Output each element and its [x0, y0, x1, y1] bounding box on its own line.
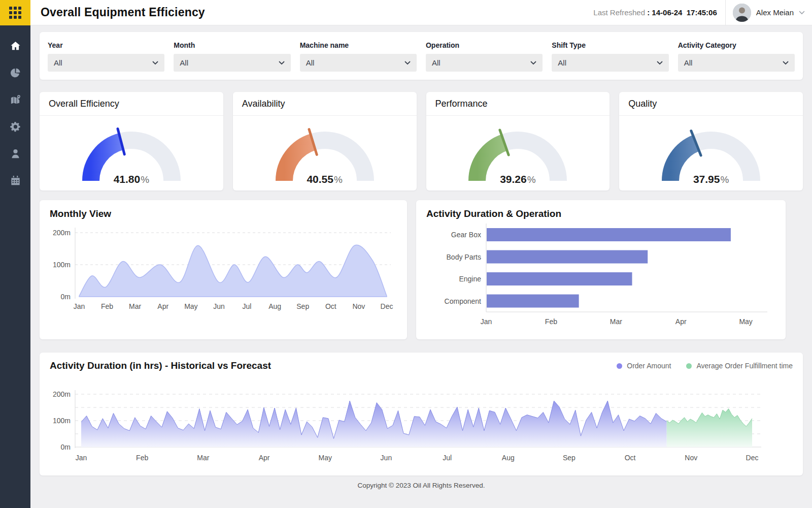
chevron-down-icon: [404, 61, 411, 65]
svg-text:0m: 0m: [61, 293, 71, 301]
legend-item-avg-fulfillment[interactable]: Average Order Fulfillment time: [686, 362, 793, 370]
svg-text:Dec: Dec: [746, 454, 759, 462]
svg-text:100m: 100m: [53, 417, 71, 425]
sidebar-item-schedule[interactable]: [0, 167, 30, 194]
filter-shift-type: Shift Type All: [552, 41, 668, 72]
legend-dot: [686, 363, 692, 369]
svg-text:Feb: Feb: [545, 318, 557, 326]
chevron-down-icon: [657, 61, 663, 65]
filter-label: Month: [174, 41, 290, 49]
user-icon: [10, 148, 21, 160]
historical-forecast-card: Activity Duration (in hrs) - Historical …: [40, 353, 803, 475]
chevron-down-icon: [152, 61, 158, 65]
avatar[interactable]: [733, 4, 751, 22]
svg-text:100m: 100m: [53, 261, 71, 269]
last-refreshed-label: Last Refreshed: [593, 8, 647, 17]
svg-text:Jul: Jul: [243, 302, 252, 310]
sidebar-item-home[interactable]: [0, 33, 30, 59]
svg-text:Engine: Engine: [459, 275, 481, 283]
kpi-card-availability: Availability 40.55%: [233, 92, 417, 190]
legend-item-order-amount[interactable]: Order Amount: [617, 362, 671, 370]
year-select[interactable]: All: [48, 54, 164, 72]
machine-name-select[interactable]: All: [300, 54, 417, 72]
svg-text:Feb: Feb: [101, 302, 113, 310]
svg-text:Nov: Nov: [352, 302, 365, 310]
filter-label: Machine name: [300, 41, 417, 49]
svg-text:Jan: Jan: [76, 454, 87, 462]
svg-text:Jun: Jun: [213, 302, 225, 310]
monthly-view-card: Monthly View 0m100m200mJanFebMarAprMayJu…: [40, 200, 407, 339]
sidebar: [0, 0, 30, 508]
svg-text:Aug: Aug: [268, 302, 281, 310]
svg-text:Oct: Oct: [325, 302, 336, 310]
filter-label: Activity Category: [678, 41, 795, 49]
kpi-card-quality: Quality 37.95%: [619, 92, 803, 190]
svg-text:Sep: Sep: [296, 302, 309, 310]
page-title: Overall Equipment Efficiency: [41, 6, 205, 19]
grid-menu-icon: [9, 7, 21, 19]
kpi-title: Availability: [233, 92, 417, 116]
dashboard-content: Year All Month All Machine name: [30, 25, 812, 508]
topbar: Overall Equipment Efficiency Last Refres…: [30, 0, 812, 25]
svg-text:Jan: Jan: [481, 318, 492, 326]
chevron-down-icon: [783, 61, 789, 65]
month-select[interactable]: All: [174, 54, 290, 72]
chevron-down-icon: [530, 61, 536, 65]
svg-text:Body Parts: Body Parts: [447, 253, 481, 261]
gear-icon: [10, 121, 21, 133]
chart-title: Monthly View: [50, 208, 397, 219]
svg-text:May: May: [319, 454, 332, 462]
svg-text:Apr: Apr: [157, 302, 168, 310]
sidebar-item-map[interactable]: [0, 86, 30, 113]
svg-text:Jan: Jan: [74, 302, 85, 310]
pie-chart-icon: [10, 67, 21, 79]
filter-label: Year: [48, 41, 164, 49]
svg-text:May: May: [184, 302, 197, 310]
chevron-down-icon[interactable]: [799, 11, 805, 15]
filter-year: Year All: [48, 41, 164, 72]
app-logo[interactable]: [0, 0, 30, 25]
svg-text:Component: Component: [445, 297, 481, 305]
kpi-value: 37.95%: [653, 173, 769, 185]
sidebar-item-users[interactable]: [0, 140, 30, 167]
svg-text:Sep: Sep: [563, 454, 576, 462]
svg-text:200m: 200m: [53, 229, 71, 237]
kpi-title: Quality: [619, 92, 803, 116]
kpi-card-overall-efficiency: Overall Efficiency 41.80%: [40, 92, 223, 190]
kpi-title: Overall Efficiency: [40, 92, 223, 116]
avatar-photo: [733, 4, 751, 22]
kpi-title: Performance: [426, 92, 610, 116]
chart-title: Activity Duration & Operation: [426, 208, 775, 219]
monthly-view-chart: 0m100m200mJanFebMarAprMayJunJulAugSepOct…: [50, 219, 397, 329]
svg-text:Dec: Dec: [381, 302, 393, 310]
svg-text:Nov: Nov: [685, 454, 697, 462]
filter-machine-name: Machine name All: [300, 41, 417, 72]
operation-select[interactable]: All: [426, 54, 543, 72]
svg-text:May: May: [739, 318, 752, 326]
activity-operation-card: Activity Duration & Operation JanFebMarA…: [416, 200, 786, 339]
home-icon: [10, 40, 21, 52]
svg-text:Mar: Mar: [129, 302, 141, 310]
charts-row: Monthly View 0m100m200mJanFebMarAprMayJu…: [40, 200, 803, 339]
filter-label: Shift Type: [552, 41, 668, 49]
kpi-value: 41.80%: [73, 173, 190, 185]
sidebar-item-settings[interactable]: [0, 113, 30, 140]
activity-operation-chart: JanFebMarAprMayGear BoxBody PartsEngineC…: [426, 219, 775, 329]
filter-operation: Operation All: [426, 41, 543, 72]
svg-text:Oct: Oct: [625, 454, 636, 462]
filter-activity-category: Activity Category All: [678, 41, 795, 72]
svg-text:Mar: Mar: [610, 318, 622, 326]
svg-text:Apr: Apr: [259, 454, 270, 462]
legend-dot: [617, 363, 622, 369]
shift-type-select[interactable]: All: [552, 54, 668, 72]
sidebar-item-analytics[interactable]: [0, 59, 30, 86]
sidebar-nav: [0, 25, 30, 194]
svg-text:Feb: Feb: [136, 454, 148, 462]
svg-text:Aug: Aug: [502, 454, 515, 462]
activity-category-select[interactable]: All: [678, 54, 795, 72]
svg-text:Jul: Jul: [443, 454, 452, 462]
svg-text:Gear Box: Gear Box: [451, 231, 481, 239]
filter-month: Month All: [174, 41, 290, 72]
historical-forecast-chart: 0m100m200mJanFebMarAprMayJunJulAugSepOct…: [50, 373, 775, 474]
chart-title: Activity Duration (in hrs) - Historical …: [50, 360, 271, 371]
